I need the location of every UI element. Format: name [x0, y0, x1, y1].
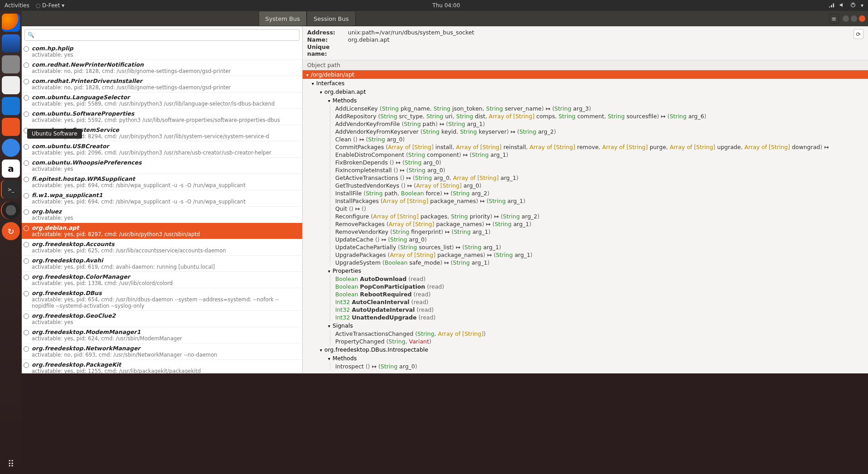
dock-help[interactable] [2, 139, 20, 157]
dock-updater[interactable]: ↻ [2, 222, 20, 240]
service-row[interactable]: com.ubuntu.WhoopsiePreferencesactivatabl… [22, 158, 302, 174]
dock-files[interactable] [2, 55, 20, 73]
method-row[interactable]: AddRepository (String src_type, String u… [303, 112, 868, 120]
service-row[interactable]: org.debian.aptactivatable: yes, pid: 829… [22, 223, 302, 239]
activities-button[interactable]: Activities [5, 2, 29, 9]
dock-amazon[interactable]: a [2, 160, 20, 178]
tab-system-bus[interactable]: System Bus [259, 11, 307, 26]
dock-terminal[interactable]: >_ [2, 180, 20, 198]
label-unique: Unique name: [307, 44, 348, 57]
method-row[interactable]: RemoveVendorKey (String fingerprint) ↦ (… [303, 228, 868, 236]
method-row[interactable]: FixIncompleteInstall () ↦ (String arg_0) [303, 166, 868, 174]
interface-tree[interactable]: /org/debian/aptInterfacesorg.debian.aptM… [303, 70, 868, 373]
refresh-button[interactable]: ⟳ [854, 29, 863, 39]
method-row[interactable]: UpdateCachePartially (String sources_lis… [303, 243, 868, 251]
service-row[interactable]: org.bluezactivatable: yes [22, 207, 302, 223]
service-row[interactable]: org.freedesktop.ModemManager1activatable… [22, 327, 302, 343]
method-row[interactable]: InstallPackages (Array of [String] packa… [303, 197, 868, 205]
method-row[interactable]: UpgradePackages (Array of [String] packa… [303, 251, 868, 259]
interface-node[interactable]: org.freedesktop.DBus.Introspectable [303, 345, 868, 354]
method-row[interactable]: AddVendorKeyFromFile (String path) ↦ (St… [303, 120, 868, 128]
service-row[interactable]: com.ubuntu.USBCreatoractivatable: yes, p… [22, 141, 302, 158]
service-name: com.ubuntu.USBCreator [32, 143, 299, 150]
method-row[interactable]: GetTrustedVendorKeys () ↦ (Array of [Str… [303, 182, 868, 189]
service-row[interactable]: com.hp.hplipactivatable: yes [22, 44, 302, 60]
volume-icon[interactable] [839, 2, 845, 10]
service-row[interactable]: com.ubuntu.LanguageSelectoractivatable: … [22, 92, 302, 109]
dock-thunderbird[interactable] [2, 34, 20, 53]
service-subtitle: activatable: yes, pid: 1255, cmd: /usr/l… [32, 368, 299, 373]
dock-dfeet[interactable] [2, 201, 20, 219]
chevron-down-icon [328, 322, 333, 329]
method-row[interactable]: EnableDistroComponent (String component)… [303, 151, 868, 159]
show-applications-icon[interactable]: ⠿ [8, 459, 14, 469]
service-name: org.freedesktop.Avahi [32, 257, 299, 264]
service-badge-icon [24, 242, 29, 247]
service-row[interactable]: org.freedesktop.GeoClue2activatable: yes [22, 311, 302, 327]
method-row[interactable]: UpgradeSystem (Boolean safe_mode) ↦ (Str… [303, 259, 868, 266]
dock-writer[interactable] [2, 97, 20, 115]
property-row[interactable]: Int32 AutoCleanInterval (read) [303, 298, 868, 306]
services-pane: 🔍 com.hp.hplipactivatable: yescom.redhat… [22, 26, 303, 373]
signal-row[interactable]: ActiveTransactionsChanged (String, Array… [303, 330, 868, 338]
hamburger-menu-icon[interactable]: ≡ [829, 14, 839, 24]
service-row[interactable]: com.redhat.PrinterDriversInstalleractiva… [22, 76, 302, 92]
signal-row[interactable]: PropertyChanged (String, Variant) [303, 338, 868, 345]
method-row[interactable]: Introspect () ↦ (String arg_0) [303, 363, 868, 370]
properties-node[interactable]: Properties [303, 266, 868, 275]
chevron-down-icon [312, 80, 316, 87]
service-row[interactable]: org.freedesktop.NetworkManageractivatabl… [22, 343, 302, 360]
methods-node[interactable]: Methods [303, 354, 868, 363]
service-row[interactable]: fi.w1.wpa_supplicant1activatable: yes, p… [22, 190, 302, 207]
service-row[interactable]: org.freedesktop.Accountsactivatable: yes… [22, 239, 302, 256]
network-icon[interactable] [828, 2, 834, 10]
method-row[interactable]: FixBrokenDepends () ↦ (String arg_0) [303, 159, 868, 166]
method-row[interactable]: Clean () ↦ (String arg_0) [303, 135, 868, 143]
property-row[interactable]: Int32 UnattendedUpgrade (read) [303, 314, 868, 321]
methods-node[interactable]: Methods [303, 96, 868, 105]
method-row[interactable]: AddVendorKeyFromKeyserver (String keyid,… [303, 128, 868, 135]
dock-firefox[interactable] [2, 14, 20, 32]
service-row[interactable]: org.freedesktop.ColorManageractivatable:… [22, 272, 302, 288]
search-input[interactable]: 🔍 [24, 29, 299, 41]
method-row[interactable]: RemovePackages (Array of [String] packag… [303, 220, 868, 228]
service-row[interactable]: org.freedesktop.PackageKitactivatable: y… [22, 360, 302, 373]
method-row[interactable]: Reconfigure (Array of [String] packages,… [303, 213, 868, 220]
interfaces-node[interactable]: Interfaces [303, 79, 868, 87]
window-maximize[interactable] [851, 15, 857, 22]
property-row[interactable]: Boolean RebootRequired (read) [303, 290, 868, 298]
service-subtitle: activatable: no, pid: 1828, cmd: /usr/li… [32, 84, 299, 91]
property-row[interactable]: Boolean PopConParticipation (read) [303, 283, 868, 290]
object-path-node[interactable]: /org/debian/apt [303, 70, 868, 79]
method-row[interactable]: Quit () ↦ () [303, 205, 868, 213]
window-minimize[interactable] [843, 15, 849, 22]
service-row[interactable]: com.redhat.NewPrinterNotificationactivat… [22, 60, 302, 76]
meta-block: Address: unix:path=/var/run/dbus/system_… [303, 26, 868, 60]
method-row[interactable]: CommitPackages (Array of [String] instal… [303, 143, 868, 151]
method-row[interactable]: UpdateCache () ↦ (String arg_0) [303, 236, 868, 243]
method-row[interactable]: InstallFile (String path, Boolean force)… [303, 189, 868, 197]
service-row[interactable]: com.ubuntu.SoftwarePropertiesactivatable… [22, 109, 302, 125]
window-close[interactable] [859, 15, 865, 22]
power-icon[interactable] [850, 2, 856, 10]
appmenu-button[interactable]: ◌ D-Feet ▾ [36, 2, 64, 9]
service-row[interactable]: org.freedesktop.DBusactivatable: yes, pi… [22, 288, 302, 311]
property-row[interactable]: Int32 AutoUpdateInterval (read) [303, 306, 868, 314]
services-list[interactable]: com.hp.hplipactivatable: yescom.redhat.N… [22, 44, 302, 373]
service-subtitle: activatable: yes, pid: 624, cmd: /usr/sb… [32, 335, 299, 342]
method-row[interactable]: GetActiveTransactions () ↦ (String arg_0… [303, 174, 868, 182]
interface-node[interactable]: org.debian.apt [303, 87, 868, 96]
tab-session-bus[interactable]: Session Bus [307, 11, 356, 26]
dock-rhythmbox[interactable] [2, 76, 20, 94]
method-row[interactable]: AddLicenseKey (String pkg_name, String j… [303, 105, 868, 112]
dock-software[interactable] [2, 118, 20, 136]
service-badge-icon [24, 79, 29, 84]
property-row[interactable]: Boolean AutoDownload (read) [303, 275, 868, 283]
service-subtitle: activatable: yes [32, 215, 299, 221]
signals-node[interactable]: Signals [303, 321, 868, 330]
clock[interactable]: Thu 04:00 [64, 2, 828, 9]
chevron-down-icon[interactable]: ▾ [861, 2, 863, 9]
service-row[interactable]: fi.epitest.hostap.WPASupplicantactivatab… [22, 174, 302, 190]
service-name: com.ubuntu.LanguageSelector [32, 94, 299, 101]
service-row[interactable]: org.freedesktop.Avahiactivatable: yes, p… [22, 256, 302, 272]
